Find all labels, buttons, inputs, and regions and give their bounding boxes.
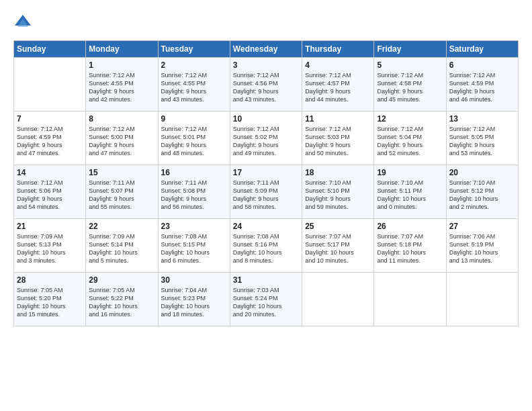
cell-text: Sunrise: 7:11 AMSunset: 5:07 PMDaylight:… xyxy=(89,179,154,212)
cell-text: Sunrise: 7:05 AMSunset: 5:20 PMDaylight:… xyxy=(17,286,83,319)
cell-text: Sunrise: 7:11 AMSunset: 5:08 PMDaylight:… xyxy=(161,179,227,212)
cell-text: Sunrise: 7:06 AMSunset: 5:19 PMDaylight:… xyxy=(449,232,515,265)
calendar-cell: 25Sunrise: 7:07 AMSunset: 5:17 PMDayligh… xyxy=(302,219,374,273)
calendar-cell xyxy=(374,273,446,326)
day-number: 6 xyxy=(449,60,515,70)
calendar-cell: 21Sunrise: 7:09 AMSunset: 5:13 PMDayligh… xyxy=(14,219,86,273)
calendar-cell xyxy=(446,273,518,326)
calendar-cell: 12Sunrise: 7:12 AMSunset: 5:04 PMDayligh… xyxy=(374,111,446,165)
cell-text: Sunrise: 7:12 AMSunset: 4:59 PMDaylight:… xyxy=(17,125,83,158)
day-number: 17 xyxy=(233,168,299,177)
day-number: 2 xyxy=(161,60,227,70)
cell-text: Sunrise: 7:12 AMSunset: 5:04 PMDaylight:… xyxy=(377,125,443,158)
calendar-cell: 28Sunrise: 7:05 AMSunset: 5:20 PMDayligh… xyxy=(14,273,86,326)
cell-text: Sunrise: 7:12 AMSunset: 4:59 PMDaylight:… xyxy=(449,71,515,104)
cell-text: Sunrise: 7:10 AMSunset: 5:11 PMDaylight:… xyxy=(377,179,443,212)
calendar-cell: 4Sunrise: 7:12 AMSunset: 4:57 PMDaylight… xyxy=(302,58,374,111)
day-number: 20 xyxy=(449,168,515,177)
cell-text: Sunrise: 7:07 AMSunset: 5:17 PMDaylight:… xyxy=(305,232,371,265)
day-number: 29 xyxy=(89,275,154,285)
calendar-cell: 10Sunrise: 7:12 AMSunset: 5:02 PMDayligh… xyxy=(230,111,302,165)
cell-text: Sunrise: 7:07 AMSunset: 5:18 PMDaylight:… xyxy=(377,232,443,265)
calendar-cell: 29Sunrise: 7:05 AMSunset: 5:22 PMDayligh… xyxy=(86,273,158,326)
day-number: 5 xyxy=(377,60,443,70)
calendar-cell: 19Sunrise: 7:10 AMSunset: 5:11 PMDayligh… xyxy=(374,165,446,219)
day-number: 26 xyxy=(377,222,443,231)
calendar-cell: 7Sunrise: 7:12 AMSunset: 4:59 PMDaylight… xyxy=(14,111,86,165)
calendar-cell: 31Sunrise: 7:03 AMSunset: 5:24 PMDayligh… xyxy=(230,273,302,326)
day-number: 31 xyxy=(233,275,299,285)
cell-text: Sunrise: 7:08 AMSunset: 5:15 PMDaylight:… xyxy=(161,232,227,265)
week-row-1: 1Sunrise: 7:12 AMSunset: 4:55 PMDaylight… xyxy=(14,58,519,111)
cell-text: Sunrise: 7:11 AMSunset: 5:09 PMDaylight:… xyxy=(233,179,299,212)
calendar-cell: 18Sunrise: 7:10 AMSunset: 5:10 PMDayligh… xyxy=(302,165,374,219)
calendar-cell: 15Sunrise: 7:11 AMSunset: 5:07 PMDayligh… xyxy=(86,165,158,219)
weekday-header-saturday: Saturday xyxy=(446,41,518,58)
calendar-cell xyxy=(302,273,374,326)
day-number: 27 xyxy=(449,222,515,231)
cell-text: Sunrise: 7:12 AMSunset: 4:56 PMDaylight:… xyxy=(233,71,299,104)
calendar-cell: 6Sunrise: 7:12 AMSunset: 4:59 PMDaylight… xyxy=(446,58,518,111)
calendar-cell: 1Sunrise: 7:12 AMSunset: 4:55 PMDaylight… xyxy=(86,58,158,111)
day-number: 3 xyxy=(233,60,299,70)
calendar-cell: 22Sunrise: 7:09 AMSunset: 5:14 PMDayligh… xyxy=(86,219,158,273)
weekday-header-monday: Monday xyxy=(86,41,158,58)
day-number: 8 xyxy=(89,114,154,124)
cell-text: Sunrise: 7:12 AMSunset: 5:03 PMDaylight:… xyxy=(305,125,371,158)
calendar-cell: 16Sunrise: 7:11 AMSunset: 5:08 PMDayligh… xyxy=(158,165,230,219)
cell-text: Sunrise: 7:08 AMSunset: 5:16 PMDaylight:… xyxy=(233,232,299,265)
cell-text: Sunrise: 7:12 AMSunset: 4:55 PMDaylight:… xyxy=(89,71,154,104)
calendar-cell: 13Sunrise: 7:12 AMSunset: 5:05 PMDayligh… xyxy=(446,111,518,165)
page: SundayMondayTuesdayWednesdayThursdayFrid… xyxy=(0,0,532,411)
calendar-cell: 3Sunrise: 7:12 AMSunset: 4:56 PMDaylight… xyxy=(230,58,302,111)
cell-text: Sunrise: 7:04 AMSunset: 5:23 PMDaylight:… xyxy=(161,286,227,319)
day-number: 23 xyxy=(161,222,227,231)
cell-text: Sunrise: 7:03 AMSunset: 5:24 PMDaylight:… xyxy=(233,286,299,319)
calendar-cell: 9Sunrise: 7:12 AMSunset: 5:01 PMDaylight… xyxy=(158,111,230,165)
calendar-cell: 30Sunrise: 7:04 AMSunset: 5:23 PMDayligh… xyxy=(158,273,230,326)
day-number: 19 xyxy=(377,168,443,177)
day-number: 22 xyxy=(89,222,154,231)
weekday-header-wednesday: Wednesday xyxy=(230,41,302,58)
logo xyxy=(13,12,35,31)
cell-text: Sunrise: 7:12 AMSunset: 5:02 PMDaylight:… xyxy=(233,125,299,158)
cell-text: Sunrise: 7:09 AMSunset: 5:14 PMDaylight:… xyxy=(89,232,154,265)
week-row-2: 7Sunrise: 7:12 AMSunset: 4:59 PMDaylight… xyxy=(14,111,519,165)
day-number: 4 xyxy=(305,60,371,70)
week-row-5: 28Sunrise: 7:05 AMSunset: 5:20 PMDayligh… xyxy=(14,273,519,326)
header xyxy=(13,12,519,31)
cell-text: Sunrise: 7:05 AMSunset: 5:22 PMDaylight:… xyxy=(89,286,154,319)
day-number: 11 xyxy=(305,114,371,124)
day-number: 10 xyxy=(233,114,299,124)
day-number: 12 xyxy=(377,114,443,124)
weekday-header-sunday: Sunday xyxy=(14,41,86,58)
cell-text: Sunrise: 7:12 AMSunset: 4:58 PMDaylight:… xyxy=(377,71,443,104)
calendar-cell: 2Sunrise: 7:12 AMSunset: 4:55 PMDaylight… xyxy=(158,58,230,111)
cell-text: Sunrise: 7:12 AMSunset: 4:57 PMDaylight:… xyxy=(305,71,371,104)
week-row-3: 14Sunrise: 7:12 AMSunset: 5:06 PMDayligh… xyxy=(14,165,519,219)
weekday-header-friday: Friday xyxy=(374,41,446,58)
calendar-cell: 23Sunrise: 7:08 AMSunset: 5:15 PMDayligh… xyxy=(158,219,230,273)
cell-text: Sunrise: 7:12 AMSunset: 5:06 PMDaylight:… xyxy=(17,179,83,212)
calendar-cell: 11Sunrise: 7:12 AMSunset: 5:03 PMDayligh… xyxy=(302,111,374,165)
calendar-table: SundayMondayTuesdayWednesdayThursdayFrid… xyxy=(13,40,519,326)
cell-text: Sunrise: 7:12 AMSunset: 5:05 PMDaylight:… xyxy=(449,125,515,158)
calendar-cell: 8Sunrise: 7:12 AMSunset: 5:00 PMDaylight… xyxy=(86,111,158,165)
logo-icon xyxy=(13,12,32,31)
day-number: 18 xyxy=(305,168,371,177)
calendar-cell: 24Sunrise: 7:08 AMSunset: 5:16 PMDayligh… xyxy=(230,219,302,273)
cell-text: Sunrise: 7:12 AMSunset: 4:55 PMDaylight:… xyxy=(161,71,227,104)
weekday-header-row: SundayMondayTuesdayWednesdayThursdayFrid… xyxy=(14,41,519,58)
weekday-header-tuesday: Tuesday xyxy=(158,41,230,58)
calendar-cell: 5Sunrise: 7:12 AMSunset: 4:58 PMDaylight… xyxy=(374,58,446,111)
cell-text: Sunrise: 7:09 AMSunset: 5:13 PMDaylight:… xyxy=(17,232,83,265)
day-number: 30 xyxy=(161,275,227,285)
day-number: 21 xyxy=(17,222,83,231)
cell-text: Sunrise: 7:12 AMSunset: 5:00 PMDaylight:… xyxy=(89,125,154,158)
day-number: 13 xyxy=(449,114,515,124)
calendar-cell xyxy=(14,58,86,111)
calendar-cell: 14Sunrise: 7:12 AMSunset: 5:06 PMDayligh… xyxy=(14,165,86,219)
cell-text: Sunrise: 7:10 AMSunset: 5:10 PMDaylight:… xyxy=(305,179,371,212)
weekday-header-thursday: Thursday xyxy=(302,41,374,58)
day-number: 28 xyxy=(17,275,83,285)
